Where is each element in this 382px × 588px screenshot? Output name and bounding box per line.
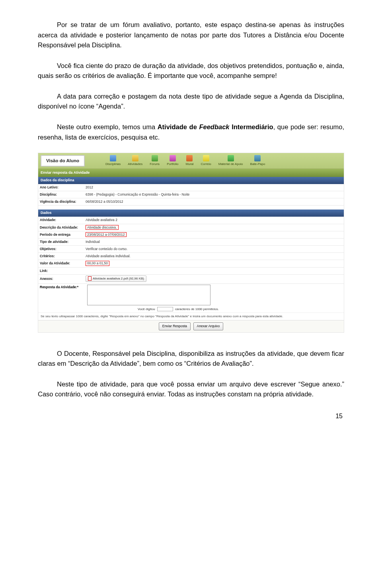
paragraph-5: O Docente, Responsável pela Disciplina, … [38,349,344,369]
value: 6398 - (Pedagogia) - Comunicação e Expre… [84,191,344,198]
p4-bolditalic-c: Feedback [199,123,229,130]
portfolio-icon [170,155,176,161]
row-descricao: Descrição da Atividade: Atividade discus… [38,224,344,231]
activity-icon [132,155,138,161]
paragraph-1: Por se tratar de um fórum avaliativo, po… [38,20,344,50]
section-enviar-resposta: Enviar resposta da Atividade [38,169,344,177]
nav-label: Material de Apoio [218,162,243,167]
nav-label: Mural [185,162,193,167]
enviar-resposta-button[interactable]: Enviar Resposta [159,322,191,330]
label: Anexos: [38,276,84,282]
label: Atividade: [38,217,84,223]
paragraph-6: Neste tipo de atividade, para que você p… [38,379,344,400]
section-dados: Dados [38,210,344,217]
paragraph-4: Neste outro exemplo, temos uma Atividade… [38,122,344,142]
resposta-textarea[interactable] [87,285,210,305]
label: Tipo de atividade: [38,239,84,245]
value: Atividade avaliativa 2.pdf (92,96 KB) [84,275,344,283]
value: Individual [84,239,344,245]
material-icon [228,155,234,161]
value: Atividade avaliativa 2 [84,217,344,223]
row-objetivos: Objetivos: Verificar conteúdo do curso. [38,246,344,253]
anexar-arquivo-button[interactable]: Anexar Arquivo [193,322,224,330]
value: 00,00 a 01,50 [84,260,344,267]
label: Período de entrega [38,231,84,238]
nav-batepapo[interactable]: Bate-Papo [248,154,268,167]
button-row: Enviar Resposta Anexar Arquivo [38,320,344,332]
label: Critérios: [38,253,84,260]
nav-mural[interactable]: Mural [183,154,196,167]
mail-icon [203,155,209,161]
paragraph-2: Você fica ciente do prazo de duração da … [38,61,344,81]
value: 06/08/2012 a 05/10/2012 [84,198,344,205]
paragraph-3: A data para correção e postagem da nota … [38,91,344,112]
p4-text-a: Neste outro exemplo, temos uma [57,123,158,130]
nav: Disciplinas Atividades Fóruns Portfólio … [87,153,267,169]
row-valor: Valor da Atividade: 00,00 a 01,50 [38,260,344,267]
nav-label: Atividades [128,162,142,167]
highlight-descricao: Atividade discusiva. [86,225,119,230]
book-icon [110,155,116,161]
nav-label: Fóruns [150,162,160,167]
label: Vigência da disciplina: [38,198,84,205]
nav-label: Disciplinas [105,162,121,167]
p4-bold-d: Intermediário [230,123,273,130]
pdf-icon [88,276,92,281]
row-anexos: Anexos: Atividade avaliativa 2.pdf (92,9… [38,275,344,284]
char-count-row: Você digitou caracteres de 1000 permitid… [38,306,344,312]
row-link: Link: [38,268,344,275]
highlight-periodo: 23/08/2012 a 07/09/2012 [86,232,127,237]
char-count-box [157,307,173,311]
value: 2012 [84,184,344,191]
nav-disciplinas[interactable]: Disciplinas [103,154,123,167]
page-number: 15 [38,411,344,421]
label: Descrição da Atividade: [38,224,84,231]
hint-row: Se seu texto ultrapassar 1000 caracteres… [38,312,344,320]
p4-bold-b: Atividade de [158,123,199,130]
nav-foruns[interactable]: Fóruns [147,154,162,167]
row-tipo: Tipo de atividade: Individual [38,239,344,246]
mural-icon [186,155,193,161]
row-vigencia: Vigência da disciplina: 06/08/2012 a 05/… [38,198,344,206]
row-ano-letivo: Ano Letivo: 2012 [38,184,344,191]
nav-material[interactable]: Material de Apoio [216,154,246,167]
row-periodo: Período de entrega 23/08/2012 a 07/09/20… [38,231,344,239]
nav-correio[interactable]: Correio [199,154,214,167]
label: Valor da Atividade: [38,260,84,267]
value: Atividade discusiva. [84,224,344,231]
topbar: Visão do Aluno Disciplinas Atividades Fó… [38,153,344,169]
attachment-link[interactable]: Atividade avaliativa 2.pdf (92,96 KB) [86,276,146,282]
row-disciplina: Disciplina: 6398 - (Pedagogia) - Comunic… [38,191,344,198]
value: Verificar conteúdo do curso. [84,246,344,252]
label: Objetivos: [38,246,84,252]
forum-icon [152,155,158,161]
row-resposta: Resposta da Atividade:* [38,284,344,306]
row-atividade: Atividade: Atividade avaliativa 2 [38,217,344,224]
section-dados-disciplina: Dados da disciplina [38,177,344,184]
row-criterios: Critérios: Atividade avaliativa individu… [38,253,344,260]
nav-label: Correio [201,162,211,167]
attachment-label: Atividade avaliativa 2.pdf (92,96 KB) [93,276,144,281]
value: Atividade avaliativa individual. [84,253,344,260]
nav-label: Portfólio [167,162,178,167]
count-text-b: caracteres de 1000 permitidos. [175,307,219,311]
chat-icon [254,155,261,161]
nav-label: Bate-Papo [250,162,265,167]
label: Disciplina: [38,191,84,198]
value [84,270,344,272]
value: 23/08/2012 a 07/09/2012 [84,231,344,238]
highlight-valor: 00,00 a 01,50 [86,261,109,266]
nav-atividades[interactable]: Atividades [125,154,145,167]
count-text-a: Você digitou [138,307,155,311]
visao-do-aluno-badge: Visão do Aluno [41,155,85,167]
embedded-screenshot: Visão do Aluno Disciplinas Atividades Fó… [38,153,344,333]
label: Resposta da Atividade:* [40,285,86,290]
nav-portfolio[interactable]: Portfólio [164,154,181,167]
label: Ano Letivo: [38,184,84,191]
label: Link: [38,268,84,274]
